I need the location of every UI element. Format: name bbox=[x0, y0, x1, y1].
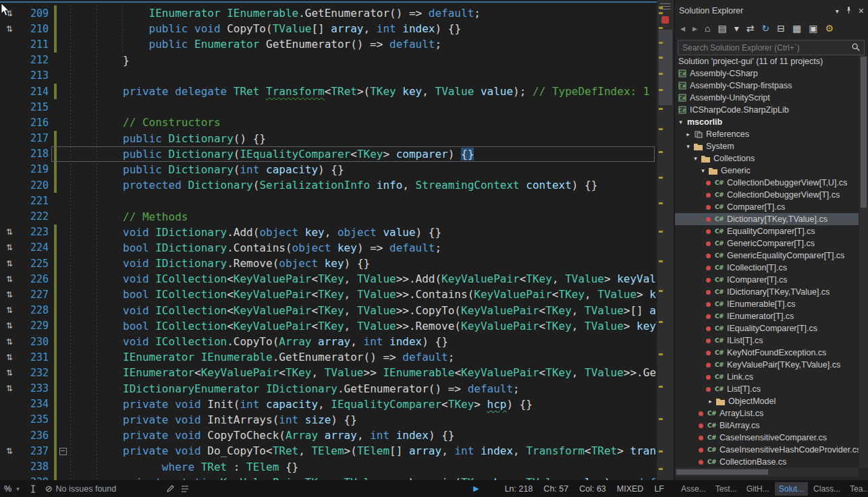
tool-window-tab[interactable]: Class... bbox=[809, 482, 844, 496]
tree-item[interactable]: C#Assembly-CSharp-firstpass bbox=[675, 80, 859, 92]
line-number[interactable]: 234 bbox=[19, 398, 49, 410]
tree-item[interactable]: C#Assembly-CSharp bbox=[675, 67, 859, 80]
references-adornment-icon[interactable]: ⇅ bbox=[0, 9, 19, 18]
code-line[interactable]: ⇅237− private void Do_CopyTo<TRet, TElem… bbox=[0, 443, 657, 459]
code-line[interactable]: 238 where TRet : TElem {} bbox=[0, 459, 657, 474]
line-number[interactable]: 223 bbox=[19, 226, 49, 238]
chevron-expanded-icon[interactable]: ▾ bbox=[691, 155, 700, 162]
code-line[interactable]: 235 private void InitArrays(int size) {} bbox=[0, 412, 657, 428]
references-adornment-icon[interactable]: ⇅ bbox=[0, 305, 19, 315]
code-editor[interactable]: ⇅209 IEnumerator IEnumerable.GetEnumerat… bbox=[0, 0, 674, 480]
references-adornment-icon[interactable]: ⇅ bbox=[0, 290, 19, 299]
tree-item[interactable]: C#CollectionBase.cs bbox=[675, 456, 859, 468]
line-number[interactable]: 229 bbox=[19, 320, 49, 332]
close-icon[interactable]: × bbox=[859, 5, 864, 16]
line-number[interactable]: 212 bbox=[19, 54, 49, 66]
search-icon[interactable] bbox=[851, 42, 861, 55]
refresh-icon[interactable]: ↻ bbox=[762, 24, 770, 33]
switch-views-icon[interactable]: ▤ bbox=[718, 24, 727, 33]
line-number[interactable]: 235 bbox=[19, 413, 49, 426]
tree-item[interactable]: C#CollectionDebuggerView[T,U].cs bbox=[675, 177, 859, 189]
chevron-collapsed-icon[interactable]: ▸ bbox=[706, 398, 715, 405]
references-adornment-icon[interactable]: ⇅ bbox=[0, 368, 19, 378]
line-number[interactable]: 217 bbox=[19, 132, 49, 144]
editor-vertical-scrollbar[interactable] bbox=[657, 0, 674, 480]
code-line[interactable]: ⇅224 bool IDictionary.Contains(object ke… bbox=[0, 240, 657, 256]
tree-item[interactable]: C#Comparer[T].cs bbox=[675, 201, 859, 213]
tree-item[interactable]: C#KeyValuePair[TKey,TValue].cs bbox=[675, 359, 859, 371]
tree-item[interactable]: C#Link.cs bbox=[675, 371, 859, 383]
collapse-all-icon[interactable]: ⊟ bbox=[777, 24, 785, 33]
code-line[interactable]: 213 bbox=[0, 68, 657, 84]
tree-item[interactable]: C#List[T].cs bbox=[675, 383, 859, 395]
code-line[interactable]: 214 private delegate TRet Transform<TRet… bbox=[0, 84, 657, 99]
tree-item[interactable]: C#CaseInsensitiveHashCodeProvider.cs bbox=[675, 444, 859, 456]
chevron-down-icon[interactable]: ▾ bbox=[16, 486, 20, 492]
issues-indicator[interactable]: ⊘ No issues found bbox=[45, 484, 117, 494]
tree-item[interactable]: C#ICollection[T].cs bbox=[675, 262, 859, 274]
properties-icon[interactable]: ▣ bbox=[809, 24, 817, 33]
tree-item[interactable]: ▾Generic bbox=[675, 165, 859, 177]
references-adornment-icon[interactable]: ⇅ bbox=[0, 243, 19, 252]
references-adornment-icon[interactable]: ⇅ bbox=[0, 337, 19, 347]
code-line[interactable]: 222 // Methods bbox=[0, 208, 657, 224]
list-icon[interactable] bbox=[181, 486, 189, 492]
zoom-control[interactable]: % bbox=[4, 484, 11, 494]
tree-item[interactable]: C#BitArray.cs bbox=[675, 419, 859, 432]
line-number[interactable]: 227 bbox=[19, 289, 49, 301]
line-number[interactable]: 231 bbox=[19, 351, 49, 363]
tree-item[interactable]: ▾mscorlib bbox=[675, 116, 859, 128]
sync-with-active-document-icon[interactable]: ⇄ bbox=[747, 24, 755, 33]
line-number[interactable]: 214 bbox=[19, 86, 49, 98]
tool-window-tab[interactable]: Test... bbox=[711, 482, 741, 496]
fold-collapse-icon[interactable]: − bbox=[57, 447, 69, 455]
home-icon[interactable]: ⌂ bbox=[705, 24, 710, 33]
code-line[interactable]: 212 } bbox=[0, 53, 657, 68]
tree-item[interactable]: C#GenericEqualityComparer[T].cs bbox=[675, 250, 859, 262]
tree-item[interactable]: C#Assembly-UnityScript bbox=[675, 92, 859, 104]
tree-item[interactable]: C#IEnumerator[T].cs bbox=[675, 310, 859, 322]
back-icon[interactable]: ◂ bbox=[680, 24, 685, 33]
code-line[interactable]: ⇅225 void IDictionary.Remove(object key)… bbox=[0, 256, 657, 271]
forward-icon[interactable]: ▸ bbox=[693, 24, 697, 33]
scrollbar-thumb[interactable] bbox=[659, 30, 672, 105]
line-number[interactable]: 209 bbox=[19, 7, 49, 20]
code-line[interactable]: ⇅227 bool ICollection<KeyValuePair<TKey,… bbox=[0, 287, 657, 302]
tree-item[interactable]: C#GenericComparer[T].cs bbox=[675, 237, 859, 250]
code-line[interactable]: 220 protected Dictionary(SerializationIn… bbox=[0, 177, 657, 193]
line-number[interactable]: 210 bbox=[19, 23, 49, 35]
code-line[interactable]: ⇅230 void ICollection.CopyTo(Array array… bbox=[0, 334, 657, 349]
tree-item[interactable]: C#CaseInsensitiveComparer.cs bbox=[675, 432, 859, 444]
code-line[interactable]: 219 public Dictionary(int capacity) {} bbox=[0, 162, 657, 177]
chevron-expanded-icon[interactable]: ▾ bbox=[699, 167, 707, 174]
tree-item[interactable]: C#CollectionDebuggerView[T].cs bbox=[675, 189, 859, 201]
line-number[interactable]: 220 bbox=[19, 179, 49, 192]
references-adornment-icon[interactable]: ⇅ bbox=[0, 227, 19, 237]
tool-window-tab[interactable]: Tea... bbox=[846, 482, 868, 496]
tree-item[interactable]: C#IEnumerable[T].cs bbox=[675, 298, 859, 310]
line-number[interactable]: 218 bbox=[19, 148, 49, 160]
tree-item[interactable]: C#IList[T].cs bbox=[675, 334, 859, 347]
tree-item[interactable]: C#KeyNotFoundException.cs bbox=[675, 347, 859, 359]
code-line[interactable]: ⇅223 void IDictionary.Add(object key, ob… bbox=[0, 225, 657, 240]
line-number[interactable]: 230 bbox=[19, 336, 49, 348]
character-indicator[interactable]: Ch: 57 bbox=[543, 484, 568, 494]
line-number[interactable]: 224 bbox=[19, 241, 49, 254]
tree-item[interactable]: C#ICSharpCode.SharpZipLib bbox=[675, 104, 859, 116]
chevron-expanded-icon[interactable]: ▾ bbox=[676, 119, 685, 125]
tree-item[interactable]: C#ArrayList.cs bbox=[675, 407, 859, 419]
encoding-indicator[interactable]: MIXED bbox=[617, 484, 644, 494]
references-adornment-icon[interactable]: ⇅ bbox=[0, 321, 19, 330]
tool-window-tab[interactable]: Solut... bbox=[775, 482, 808, 496]
references-adornment-icon[interactable]: ⇅ bbox=[0, 353, 19, 362]
references-adornment-icon[interactable]: ⇅ bbox=[0, 384, 19, 393]
code-line[interactable]: ⇅232 IEnumerator<KeyValuePair<TKey, TVal… bbox=[0, 365, 657, 380]
column-indicator[interactable]: Col: 63 bbox=[579, 484, 606, 494]
code-line[interactable]: ⇅228 void ICollection<KeyValuePair<TKey,… bbox=[0, 303, 657, 318]
references-adornment-icon[interactable]: ⇅ bbox=[0, 446, 19, 456]
line-number[interactable]: 226 bbox=[19, 273, 49, 285]
pencil-icon[interactable] bbox=[166, 485, 174, 493]
code-line[interactable]: 218 public Dictionary(IEqualityComparer<… bbox=[0, 146, 657, 162]
play-icon[interactable]: ▶ bbox=[473, 484, 479, 493]
tree-item[interactable]: C#IComparer[T].cs bbox=[675, 274, 859, 286]
